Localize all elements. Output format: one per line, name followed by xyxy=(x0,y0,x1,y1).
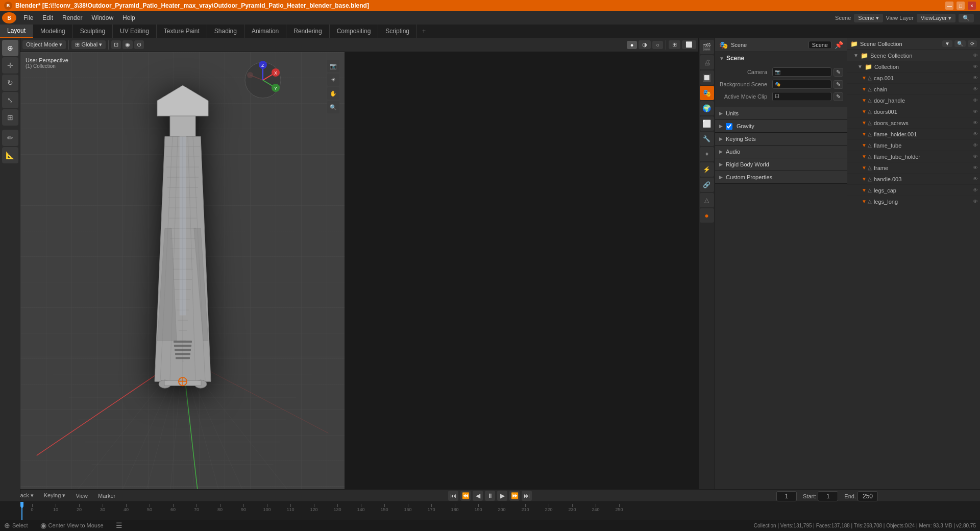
start-frame-field[interactable]: 1 xyxy=(818,491,838,501)
keying-sets-section-header[interactable]: ▶ Keying Sets xyxy=(715,133,847,145)
outliner-sync[interactable]: ⟳ xyxy=(968,40,977,47)
transform-pivot[interactable]: ⊙ xyxy=(134,40,144,49)
object-data-props-icon[interactable]: △ xyxy=(700,193,714,207)
world-props-icon[interactable]: 🌍 xyxy=(700,101,714,115)
proportional-edit[interactable]: ◉ xyxy=(122,40,133,49)
flame-tube-holder-vis[interactable]: 👁 xyxy=(973,154,978,159)
outliner-item-chain[interactable]: ▼ △ chain 👁 xyxy=(847,84,980,95)
close-button[interactable]: × xyxy=(968,2,976,10)
sun-light-icon[interactable]: ☀ xyxy=(327,74,339,86)
render-props-icon[interactable]: 🎬 xyxy=(700,40,714,54)
legs-long-vis[interactable]: 👁 xyxy=(973,199,978,204)
material-props-icon[interactable]: ● xyxy=(700,208,714,223)
modifier-props-icon[interactable]: 🔧 xyxy=(700,132,714,146)
annotate-tool[interactable]: ✏ xyxy=(2,130,18,146)
doors-screws-vis[interactable]: 👁 xyxy=(973,120,978,126)
select-mode-icon[interactable]: ⊕ xyxy=(4,521,10,529)
camera-pick-btn[interactable]: ✎ xyxy=(834,68,843,77)
jump-next-keyframe-btn[interactable]: ⏩ xyxy=(509,491,520,501)
scene-props-icon[interactable]: 🎭 xyxy=(700,86,714,100)
rigid-body-world-header[interactable]: ▶ Rigid Body World xyxy=(715,158,847,171)
movie-clip-field[interactable]: 🎞 xyxy=(772,92,831,101)
end-frame-field[interactable]: 250 xyxy=(857,491,878,501)
zoom-icon[interactable]: 🔍 xyxy=(327,101,339,113)
view-menu[interactable]: View xyxy=(72,492,91,500)
keying-menu[interactable]: Keying ▾ xyxy=(41,491,69,500)
gravity-section-header[interactable]: ▶ Gravity xyxy=(715,120,847,132)
scene-collection-item[interactable]: ▼ 📁 Scene Collection 👁 xyxy=(847,50,980,61)
timeline-track[interactable]: 0 10 20 30 40 50 xyxy=(0,502,980,520)
custom-props-header[interactable]: ▶ Custom Properties xyxy=(715,171,847,183)
scale-tool[interactable]: ⤡ xyxy=(2,92,18,108)
menu-render[interactable]: Render xyxy=(58,13,86,23)
navigation-gizmo[interactable]: X Y Z xyxy=(242,60,283,101)
outliner-item-door-handle[interactable]: ▼ △ door_handle 👁 xyxy=(847,95,980,106)
outliner-item-flame-tube[interactable]: ▼ △ flame_tube 👁 xyxy=(847,140,980,151)
center-view-icon[interactable]: ◉ xyxy=(40,521,46,529)
flame-tube-vis[interactable]: 👁 xyxy=(973,142,978,148)
flame-holder-vis[interactable]: 👁 xyxy=(973,131,978,137)
chain-vis[interactable]: 👁 xyxy=(973,86,978,92)
collection-item[interactable]: ▼ 📁 Collection 👁 xyxy=(847,61,980,73)
grab-icon[interactable]: ✋ xyxy=(327,87,339,100)
particles-props-icon[interactable]: ✦ xyxy=(700,147,714,161)
tab-sculpting[interactable]: Sculpting xyxy=(73,25,113,38)
viewport-shading-rendered[interactable]: ○ xyxy=(652,41,663,49)
camera-field[interactable]: 📷 xyxy=(772,67,831,77)
menu-file[interactable]: File xyxy=(19,13,37,23)
physics-props-icon[interactable]: ⚡ xyxy=(700,162,714,177)
outliner-search[interactable]: 🔍 xyxy=(954,40,966,47)
view-layer-props-icon[interactable]: 🔲 xyxy=(700,70,714,85)
step-forward-btn[interactable]: ▶ xyxy=(497,491,507,501)
snap-btn[interactable]: ⊡ xyxy=(111,40,121,49)
jump-prev-keyframe-btn[interactable]: ⏪ xyxy=(460,491,471,501)
search-button[interactable]: 🔍 xyxy=(959,14,974,22)
measure-tool[interactable]: 📐 xyxy=(2,147,18,163)
step-back-btn[interactable]: ◀ xyxy=(473,491,483,501)
audio-section-header[interactable]: ▶ Audio xyxy=(715,146,847,158)
outliner-filter[interactable]: ▼ xyxy=(942,40,952,47)
play-stop-btn[interactable]: ⏸ xyxy=(485,491,495,501)
scene-dropdown[interactable]: Scene ▾ xyxy=(854,14,883,22)
outliner-item-frame[interactable]: ▼ △ frame 👁 xyxy=(847,162,980,174)
outliner-item-legs-long[interactable]: ▼ △ legs_long 👁 xyxy=(847,196,980,207)
cap001-vis[interactable]: 👁 xyxy=(973,75,978,81)
rotate-tool[interactable]: ↻ xyxy=(2,75,18,91)
tab-layout[interactable]: Layout xyxy=(0,25,33,38)
jump-start-btn[interactable]: ⏮ xyxy=(448,491,458,501)
object-mode-selector[interactable]: Object Mode ▾ xyxy=(22,40,66,49)
maximize-button[interactable]: □ xyxy=(957,2,965,10)
tab-modeling[interactable]: Modeling xyxy=(33,25,73,38)
tab-uv-editing[interactable]: UV Editing xyxy=(113,25,157,38)
extra-mode-icon[interactable]: ☰ xyxy=(116,521,122,529)
view-layer-dropdown[interactable]: ViewLayer ▾ xyxy=(917,14,955,22)
output-props-icon[interactable]: 🖨 xyxy=(700,55,714,69)
scene-props-pin[interactable]: 📌 xyxy=(835,41,843,49)
frame-vis[interactable]: 👁 xyxy=(973,165,978,171)
outliner-item-flame-tube-holder[interactable]: ▼ △ flame_tube_holder 👁 xyxy=(847,151,980,162)
minimize-button[interactable]: — xyxy=(945,2,953,10)
outliner-item-legs-cap[interactable]: ▼ △ legs_cap 👁 xyxy=(847,185,980,196)
move-tool[interactable]: ✛ xyxy=(2,57,18,74)
outliner-item-cap001[interactable]: ▼ △ cap.001 👁 xyxy=(847,73,980,84)
add-workspace-button[interactable]: + xyxy=(417,25,431,38)
bg-scene-field[interactable]: 🎭 xyxy=(772,80,831,89)
xray-toggle[interactable]: ⬜ xyxy=(682,40,696,49)
camera-view-icon[interactable]: 📷 xyxy=(327,60,339,72)
global-transform[interactable]: ⊞ Global ▾ xyxy=(71,40,106,49)
doors001-vis[interactable]: 👁 xyxy=(973,109,978,114)
menu-help[interactable]: Help xyxy=(118,13,139,23)
object-props-icon[interactable]: ⬜ xyxy=(700,116,714,131)
viewport-shading-material[interactable]: ◑ xyxy=(639,40,651,49)
gravity-checkbox[interactable] xyxy=(726,123,732,130)
constraints-props-icon[interactable]: 🔗 xyxy=(700,178,714,192)
tab-scripting[interactable]: Scripting xyxy=(378,25,417,38)
handle003-vis[interactable]: 👁 xyxy=(973,176,978,182)
3d-viewport[interactable]: User Perspective (1) Collection xyxy=(20,52,345,500)
legs-cap-vis[interactable]: 👁 xyxy=(973,187,978,193)
movie-clip-pick-btn[interactable]: ✎ xyxy=(834,92,843,101)
cursor-tool[interactable]: ⊕ xyxy=(2,40,18,56)
tab-texture-paint[interactable]: Texture Paint xyxy=(157,25,207,38)
scene-name-field[interactable]: Scene xyxy=(808,41,831,49)
menu-window[interactable]: Window xyxy=(87,13,117,23)
